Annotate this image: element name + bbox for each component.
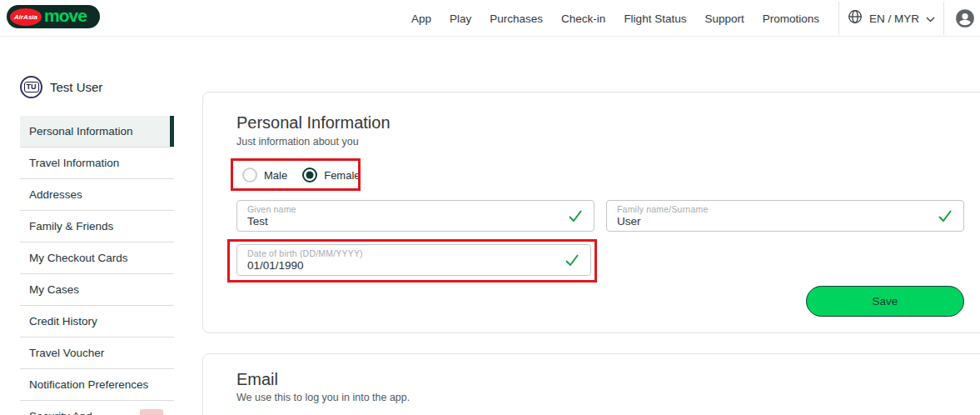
- user-name: Test User: [50, 80, 102, 94]
- section-title: Personal Information: [236, 113, 391, 132]
- email-section-title: Email: [236, 370, 278, 389]
- airasia-logo-icon: AirAsia: [10, 8, 42, 26]
- top-navigation-bar: AirAsia move App Play Purchases Check-in…: [0, 0, 980, 37]
- primary-nav: App Play Purchases Check-in Flight Statu…: [411, 0, 819, 37]
- family-name-label: Family name/Surname: [617, 204, 708, 214]
- date-of-birth-label: Date of birth (DD/MM/YYYY): [247, 248, 363, 258]
- header-divider: [838, 2, 839, 35]
- sidebar-item-my-checkout-cards[interactable]: My Checkout Cards: [20, 242, 174, 274]
- valid-check-icon: [937, 208, 953, 224]
- female-radio[interactable]: [302, 168, 317, 182]
- date-of-birth-field[interactable]: Date of birth (DD/MM/YYYY) 01/01/1990: [236, 244, 591, 276]
- family-name-value: User: [617, 215, 641, 228]
- nav-item-play[interactable]: Play: [450, 12, 471, 25]
- email-section-subtitle: We use this to log you in into the app.: [236, 392, 410, 403]
- sidebar-item-personal-information[interactable]: Personal Information: [20, 116, 174, 148]
- globe-icon: [848, 9, 863, 28]
- given-name-field[interactable]: Given name Test: [236, 200, 594, 232]
- nav-item-app[interactable]: App: [411, 12, 431, 25]
- sidebar-item-credit-history[interactable]: Credit History: [20, 306, 174, 338]
- avatar-initials: TU: [24, 82, 39, 92]
- valid-check-icon: [567, 208, 584, 224]
- date-of-birth-value: 01/01/1990: [247, 259, 304, 272]
- sidebar-item-travel-voucher[interactable]: Travel Voucher: [20, 338, 174, 369]
- male-radio[interactable]: [242, 168, 257, 182]
- gender-radio-group: Male Female: [242, 166, 361, 184]
- nav-item-flight-status[interactable]: Flight Status: [624, 12, 686, 25]
- locale-label: EN / MYR: [869, 12, 919, 25]
- personal-information-card: Personal Information Just information ab…: [202, 92, 980, 333]
- chevron-down-icon: [926, 11, 935, 26]
- nav-item-support[interactable]: Support: [704, 12, 744, 25]
- sidebar-item-notification-preferences[interactable]: Notification Preferences: [20, 369, 174, 401]
- header-divider: [943, 2, 944, 35]
- sidebar-item-travel-information[interactable]: Travel Information: [20, 148, 174, 179]
- account-sidebar-menu: Personal Information Travel Information …: [20, 116, 174, 415]
- given-name-value: Test: [247, 215, 268, 228]
- avatar: TU: [20, 76, 42, 98]
- sidebar-item-addresses[interactable]: Addresses: [20, 179, 174, 211]
- nav-item-checkin[interactable]: Check-in: [561, 12, 605, 25]
- family-name-field[interactable]: Family name/Surname User: [606, 200, 964, 232]
- airasia-move-logo[interactable]: AirAsia move: [7, 5, 100, 28]
- male-radio-label[interactable]: Male: [264, 169, 287, 182]
- sidebar-item-family-friends[interactable]: Family & Friends: [20, 211, 174, 242]
- nav-item-purchases[interactable]: Purchases: [490, 12, 543, 25]
- given-name-label: Given name: [247, 204, 296, 214]
- move-wordmark: move: [44, 7, 87, 27]
- language-currency-selector[interactable]: EN / MYR: [848, 0, 935, 37]
- airasia-move-profile-page: AirAsia move App Play Purchases Check-in…: [0, 0, 980, 415]
- nav-item-promotions[interactable]: Promotions: [763, 12, 819, 25]
- email-card: Email We use this to log you in into the…: [202, 353, 980, 415]
- account-icon[interactable]: [954, 8, 976, 29]
- valid-check-icon: [564, 252, 580, 268]
- partially-visible-badge: [140, 409, 163, 415]
- save-button[interactable]: Save: [806, 286, 964, 317]
- sidebar-user: TU Test User: [20, 76, 102, 98]
- section-subtitle: Just information about you: [236, 136, 359, 148]
- sidebar-item-my-cases[interactable]: My Cases: [20, 274, 174, 306]
- female-radio-label[interactable]: Female: [324, 169, 360, 182]
